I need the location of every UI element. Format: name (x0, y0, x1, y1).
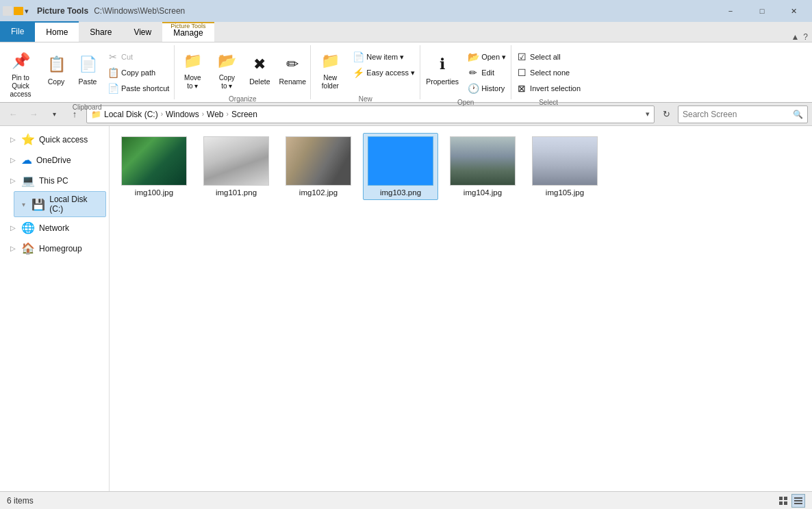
paste-label: Paste (79, 77, 97, 86)
sidebar-item-network[interactable]: ▷ 🌐 Network (3, 218, 106, 238)
address-dropdown-button[interactable]: ▾ (646, 110, 650, 119)
sidebar-label-onedrive: OneDrive (36, 156, 71, 165)
rename-label: Rename (279, 77, 306, 86)
breadcrumb-web[interactable]: Web (207, 110, 223, 119)
breadcrumb-sep-3: › (227, 110, 229, 118)
tab-view[interactable]: View (123, 22, 162, 42)
file-item-img103[interactable]: img103.png (363, 133, 438, 200)
help-icon[interactable]: ? (803, 32, 808, 42)
folder-icon-small (14, 7, 23, 15)
view-large-icons-button[interactable] (776, 494, 790, 508)
view-buttons (776, 494, 805, 508)
breadcrumb-screen[interactable]: Screen (231, 110, 257, 119)
move-to-icon: 📁 (181, 50, 203, 72)
pin-icon: 📌 (10, 50, 31, 72)
easy-access-button[interactable]: ⚡ Easy access ▾ (349, 65, 418, 80)
file-item-img101[interactable]: img101.png (199, 133, 274, 200)
select-all-button[interactable]: ☑ Select all (513, 49, 584, 64)
sidebar-expander-homegroup[interactable]: ▷ (9, 245, 17, 252)
rename-icon: ✏ (281, 53, 303, 75)
refresh-button[interactable]: ↻ (657, 105, 675, 123)
paste-icon: 📄 (77, 53, 99, 75)
copy-to-icon: 📂 (216, 50, 238, 72)
delete-button[interactable]: ✖ Delete (244, 47, 275, 88)
items-count: 6 items (7, 496, 34, 506)
thumbnail-img101 (203, 136, 269, 186)
new-folder-icon: 📁 (319, 50, 341, 72)
properties-button[interactable]: ℹ Properties (422, 47, 463, 88)
open-icon: 📂 (468, 51, 479, 62)
pin-label: Pin to Quickaccess (3, 74, 38, 99)
homegroup-icon: 🏠 (21, 242, 35, 255)
file-item-img105[interactable]: img105.jpg (527, 133, 602, 200)
sidebar-label-homegroup: Homegroup (39, 244, 82, 253)
ribbon-open-group: ℹ Properties 📂 Open ▾ ✏ Edit 🕐 History O… (420, 45, 511, 99)
svg-rect-4 (794, 497, 802, 499)
main-area: ▷ ⭐ Quick access ▷ ☁ OneDrive ▷ 💻 This P… (0, 126, 812, 491)
ribbon-minimize-icon[interactable]: ▲ (791, 32, 799, 42)
tab-manage[interactable]: Picture Tools Manage (162, 22, 214, 42)
ribbon-body: 📌 Pin to Quickaccess 📋 Copy 📄 Paste ✂ Cu… (0, 42, 812, 103)
tab-home[interactable]: Home (35, 21, 79, 42)
copy-button[interactable]: 📋 Copy (41, 47, 71, 88)
filename-img102: img102.jpg (299, 188, 338, 197)
sidebar-item-this-pc[interactable]: ▷ 💻 This PC (3, 171, 106, 190)
filename-img101: img101.png (216, 188, 257, 197)
search-input[interactable] (683, 110, 790, 119)
invert-selection-button[interactable]: ⊠ Invert selection (513, 81, 584, 96)
view-list-button[interactable] (791, 494, 805, 508)
close-button[interactable]: ✕ (778, 0, 809, 22)
thumb-img105-visual (533, 137, 597, 185)
invert-selection-icon: ⊠ (516, 83, 527, 94)
file-item-img102[interactable]: img102.jpg (281, 133, 356, 200)
sidebar-item-homegroup[interactable]: ▷ 🏠 Homegroup (3, 238, 106, 258)
minimize-button[interactable]: − (715, 0, 746, 22)
open-button[interactable]: 📂 Open ▾ (464, 49, 509, 64)
history-button[interactable]: 🕐 History (464, 81, 509, 96)
search-icon: 🔍 (793, 110, 803, 119)
ribbon-organize-group: 📁 Moveto ▾ 📂 Copyto ▾ ✖ Delete ✏ Rename … (175, 45, 311, 99)
edit-label: Edit (481, 69, 494, 77)
easy-access-label: Easy access ▾ (366, 69, 415, 77)
thumb-img104-visual (451, 137, 515, 185)
sidebar-expander-local-disk[interactable]: ▾ (20, 201, 27, 208)
file-item-img104[interactable]: img104.jpg (445, 133, 520, 200)
large-icons-icon (778, 496, 788, 506)
select-none-button[interactable]: ☐ Select none (513, 65, 584, 80)
edit-button[interactable]: ✏ Edit (464, 65, 509, 80)
tab-file[interactable]: File (0, 21, 35, 42)
new-group-label: New (311, 94, 420, 103)
paste-button[interactable]: 📄 Paste (73, 47, 103, 88)
select-group-label: Select (511, 97, 585, 106)
tab-share[interactable]: Share (79, 22, 123, 42)
paste-shortcut-label: Paste shortcut (121, 84, 169, 92)
svg-rect-6 (794, 503, 802, 504)
thumb-img103-visual (368, 137, 433, 185)
cut-button[interactable]: ✂ Cut (104, 49, 173, 64)
new-folder-button[interactable]: 📁 Newfolder (312, 47, 348, 92)
cut-icon: ✂ (107, 51, 118, 62)
rename-button[interactable]: ✏ Rename (276, 47, 309, 88)
status-bar: 6 items (0, 491, 812, 509)
sidebar-expander-network[interactable]: ▷ (9, 224, 17, 232)
copy-path-button[interactable]: 📋 Copy path (104, 65, 173, 80)
title-bar-left: ▾ Picture Tools C:\Windows\Web\Screen (3, 6, 185, 16)
sidebar-item-quick-access[interactable]: ▷ ⭐ Quick access (3, 129, 106, 149)
quick-access-arrow[interactable]: ▾ (25, 7, 29, 16)
sidebar-item-onedrive[interactable]: ▷ ☁ OneDrive (3, 150, 106, 170)
search-bar[interactable]: 🔍 (678, 105, 808, 123)
sidebar-label-network: Network (39, 223, 69, 233)
sidebar-expander-this-pc[interactable]: ▷ (9, 177, 17, 184)
file-item-img100[interactable]: img100.jpg (116, 133, 192, 200)
move-to-button[interactable]: 📁 Moveto ▾ (176, 47, 209, 92)
copy-to-button[interactable]: 📂 Copyto ▾ (210, 47, 243, 92)
pin-to-quick-access-button[interactable]: 📌 Pin to Quickaccess (1, 47, 40, 101)
sidebar-expander-onedrive[interactable]: ▷ (9, 156, 17, 164)
paste-shortcut-button[interactable]: 📄 Paste shortcut (104, 81, 173, 96)
sidebar-item-local-disk[interactable]: ▾ 💾 Local Disk (C:) (14, 191, 106, 217)
new-item-label: New item ▾ (366, 53, 404, 62)
title-bar-buttons: − □ ✕ (715, 0, 809, 22)
new-item-button[interactable]: 📄 New item ▾ (349, 49, 418, 64)
sidebar-expander-quick-access[interactable]: ▷ (9, 136, 17, 143)
maximize-button[interactable]: □ (746, 0, 778, 22)
